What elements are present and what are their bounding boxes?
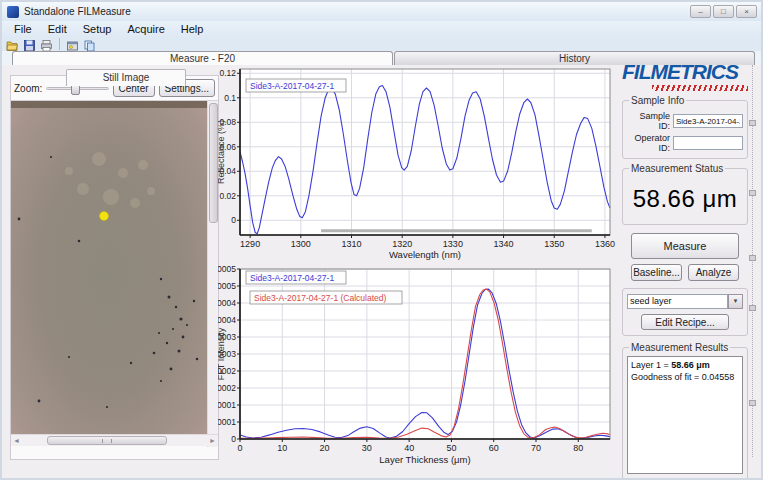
sample-info-group: Sample Info Sample ID: Operator ID: [622,95,748,159]
print-icon[interactable] [40,38,53,51]
sample-id-input[interactable] [673,114,743,128]
svg-text:10: 10 [277,443,287,453]
app-window: Standalone FILMeasure – □ × File Edit Se… [0,0,763,480]
splitter-handle[interactable] [749,305,756,311]
recipe-combobox[interactable]: seed layer ▼ [627,294,743,309]
chevron-down-icon[interactable]: ▼ [728,294,743,309]
window-title: Standalone FILMeasure [24,6,131,17]
menu-bar: File Edit Setup Acquire Help [2,21,761,37]
tab-still-image[interactable]: Still Image [66,69,186,86]
camera-image-viewport: ◄ ► [11,100,218,446]
measurement-value: 58.66 μm [627,177,743,219]
svg-text:0.12: 0.12 [219,68,236,78]
svg-text:Side3-A-2017-04-27-1 (Calculat: Side3-A-2017-04-27-1 (Calculated) [254,293,386,303]
recipe-selected-value[interactable]: seed layer [627,294,728,309]
sample-id-label: Sample ID: [627,111,673,131]
legend-entry: Side3-A-2017-04-27-1 [246,79,346,92]
svg-text:Side3-A-2017-04-27-1: Side3-A-2017-04-27-1 [250,273,334,283]
svg-text:0.00002: 0.00002 [218,383,236,393]
svg-text:0.00005: 0.00005 [218,264,236,274]
menu-help[interactable]: Help [173,22,212,36]
splitter-handle[interactable] [749,255,756,261]
results-listbox[interactable]: Layer 1 = 58.66 μm Goodness of fit = 0.0… [627,356,743,474]
measurement-status-group: Measurement Status 58.66 μm [622,163,748,225]
menu-acquire[interactable]: Acquire [119,22,172,36]
svg-text:0.00004: 0.00004 [218,315,236,325]
svg-text:0.00004: 0.00004 [218,298,236,308]
operator-id-label: Operator ID: [627,133,673,153]
result-line-layer: Layer 1 = 58.66 μm [631,359,739,371]
svg-text:0: 0 [231,215,236,225]
right-panel: FILMETRICS Sample Info Sample ID: Operat… [622,59,748,480]
menu-setup[interactable]: Setup [75,22,120,36]
baseline-button[interactable]: Baseline... [631,264,682,281]
scroll-grip [102,439,112,443]
svg-text:70: 70 [531,443,541,453]
still-image-panel: Still Image Zoom: Center Settings... [10,75,219,460]
svg-text:1360: 1360 [595,239,615,249]
analyze-button[interactable]: Analyze [688,264,739,281]
recipe-group: seed layer ▼ Edit Recipe... [622,288,748,336]
svg-text:80: 80 [573,443,583,453]
x-axis-label: Wavelength (nm) [389,249,461,260]
open-icon[interactable] [6,38,19,51]
menu-edit[interactable]: Edit [40,22,75,36]
reflectance-chart: 129013001310132013301340135013600.120.10… [218,63,616,263]
svg-text:40: 40 [404,443,414,453]
fft-thickness-chart: 010203040506070800.000050.000050.000040.… [218,261,616,468]
legend-entry: Side3-A-2017-04-27-1 [246,271,346,284]
measurement-status-title: Measurement Status [629,163,725,174]
horizontal-scroll-thumb[interactable] [47,436,167,445]
capture-icon[interactable] [66,38,79,51]
legend-entry: Side3-A-2017-04-27-1 (Calculated) [250,291,402,304]
svg-text:0.00001: 0.00001 [218,400,236,410]
measure-button[interactable]: Measure [631,233,739,259]
logo-hatch-decoration [652,85,748,91]
operator-id-input[interactable] [673,136,743,150]
vertical-scroll-thumb[interactable] [209,103,218,223]
copy-icon[interactable] [83,38,96,51]
svg-text:0.00001: 0.00001 [218,417,236,427]
svg-text:1300: 1300 [291,239,311,249]
svg-text:60: 60 [489,443,499,453]
svg-text:0.02: 0.02 [219,191,236,201]
svg-text:0: 0 [231,434,236,444]
maximize-button[interactable]: □ [713,5,734,18]
splitter-handle[interactable] [749,190,756,196]
svg-text:1290: 1290 [240,239,260,249]
edit-recipe-button[interactable]: Edit Recipe... [641,314,729,330]
splitter-handle[interactable] [749,400,756,406]
y-axis-label: FFT Intensity [218,327,226,380]
image-vertical-scrollbar[interactable] [207,101,218,447]
title-bar: Standalone FILMeasure – □ × [2,2,761,21]
result-layer-value: 58.66 μm [671,360,710,370]
zoom-label: Zoom: [14,83,42,94]
app-icon [7,6,19,18]
scroll-right-arrow-icon[interactable]: ► [209,437,216,444]
svg-text:1330: 1330 [443,239,463,249]
content-area: Still Image Zoom: Center Settings... [2,65,761,478]
filmetrics-logo: FILMETRICS [622,59,748,85]
camera-image [11,101,207,434]
save-icon[interactable] [23,38,36,51]
svg-text:0.1: 0.1 [224,93,236,103]
image-horizontal-scrollbar[interactable]: ◄ ► [11,434,218,446]
svg-text:1320: 1320 [392,239,412,249]
y-axis-label: Reflectance (%) [218,120,226,184]
menu-file[interactable]: File [6,22,40,36]
svg-text:20: 20 [320,443,330,453]
close-button[interactable]: × [736,5,757,18]
x-axis-label: Layer Thickness (μm) [379,454,470,465]
svg-text:0.00005: 0.00005 [218,281,236,291]
sample-info-title: Sample Info [629,95,686,106]
measurement-spot [100,212,109,221]
measurement-results-group: Measurement Results Layer 1 = 58.66 μm G… [622,342,748,480]
splitter-handle[interactable] [749,120,756,126]
minimize-button[interactable]: – [690,5,711,18]
toolbar-separator [59,38,60,50]
svg-text:1310: 1310 [341,239,361,249]
svg-text:0: 0 [237,443,242,453]
panel-splitter[interactable] [752,65,753,457]
svg-text:50: 50 [446,443,456,453]
scroll-left-arrow-icon[interactable]: ◄ [13,437,20,444]
